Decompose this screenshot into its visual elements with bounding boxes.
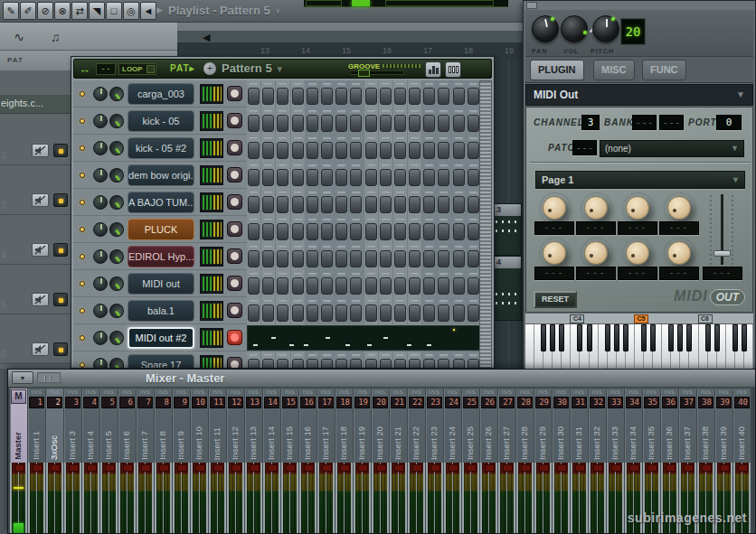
channel-volume-knob[interactable] bbox=[107, 301, 128, 322]
step-cell[interactable] bbox=[350, 196, 362, 213]
step-cell[interactable] bbox=[277, 223, 288, 240]
detach-icon[interactable] bbox=[526, 2, 537, 9]
channel-name-button[interactable]: MIDI out bbox=[128, 273, 194, 295]
step-cell[interactable] bbox=[248, 304, 260, 322]
step-cell[interactable] bbox=[423, 196, 435, 213]
track-led-button[interactable] bbox=[53, 193, 68, 207]
mixer-track-insert-29[interactable]: INS29Insert 29 bbox=[534, 389, 552, 533]
channel-volume-knob[interactable] bbox=[107, 84, 128, 105]
step-cell[interactable] bbox=[248, 277, 260, 295]
black-key[interactable] bbox=[677, 324, 683, 351]
mixer-track-insert-23[interactable]: INS23Insert 23 bbox=[426, 389, 443, 533]
controller-knob[interactable] bbox=[584, 241, 608, 265]
black-key[interactable] bbox=[668, 324, 674, 351]
step-cell[interactable] bbox=[438, 142, 449, 159]
controller-value-display[interactable]: --- bbox=[534, 267, 574, 280]
bank-lsb-display[interactable]: --- bbox=[659, 115, 684, 130]
channel-name-button[interactable]: PLUCK bbox=[128, 219, 194, 240]
channel-rack-titlebar[interactable]: ↔ -- LOOP PAT▸ + Pattern 5 ▼ GROOVE bbox=[73, 59, 492, 79]
channel-led[interactable] bbox=[80, 91, 85, 97]
step-cell[interactable] bbox=[335, 250, 347, 267]
tab-misc[interactable]: MISC bbox=[593, 60, 635, 80]
step-cell[interactable] bbox=[321, 223, 333, 240]
mixer-track-3xosc[interactable]: INS23xOsc bbox=[46, 389, 63, 533]
channel-volume-knob[interactable] bbox=[107, 355, 128, 368]
step-cell[interactable] bbox=[409, 88, 421, 105]
channel-volume-knob[interactable] bbox=[107, 274, 128, 295]
step-cell[interactable] bbox=[321, 250, 333, 267]
mute-icon[interactable]: ⊗ bbox=[54, 2, 71, 20]
black-key[interactable] bbox=[559, 324, 564, 351]
rack-led-display[interactable]: -- bbox=[96, 63, 116, 75]
black-key[interactable] bbox=[686, 324, 692, 351]
delete-icon[interactable]: ⊘ bbox=[37, 2, 53, 20]
channel-led[interactable] bbox=[80, 281, 85, 286]
mixer-track-insert-18[interactable]: INS18Insert 18 bbox=[335, 389, 353, 533]
controller-value-display[interactable]: --- bbox=[576, 267, 616, 280]
step-cell[interactable] bbox=[292, 250, 304, 267]
step-cell[interactable] bbox=[307, 169, 318, 186]
step-cell[interactable] bbox=[248, 142, 260, 159]
black-key[interactable] bbox=[742, 324, 747, 351]
track-led-button[interactable] bbox=[53, 293, 68, 306]
pitch-knob[interactable] bbox=[592, 15, 619, 42]
bank-msb-display[interactable]: --- bbox=[632, 115, 657, 130]
playback-icon[interactable]: ◄ bbox=[140, 2, 156, 20]
mixer-track-insert-7[interactable]: INS7Insert 7 bbox=[137, 389, 154, 533]
step-cell[interactable] bbox=[453, 169, 465, 186]
black-key[interactable] bbox=[705, 324, 711, 351]
step-cell[interactable] bbox=[468, 359, 479, 368]
controller-knob[interactable] bbox=[626, 196, 649, 220]
step-cell[interactable] bbox=[468, 115, 479, 132]
step-cell[interactable] bbox=[350, 277, 362, 295]
step-cell[interactable] bbox=[350, 304, 362, 322]
channel-target-button[interactable] bbox=[227, 357, 242, 368]
step-cell[interactable] bbox=[380, 359, 392, 368]
step-cell[interactable] bbox=[438, 88, 449, 105]
channel-name-button[interactable]: MIDI out #2 bbox=[128, 327, 194, 349]
mixer-track-insert-28[interactable]: INS28Insert 28 bbox=[516, 389, 534, 533]
playlist-track-row[interactable]: 3 bbox=[0, 165, 71, 215]
channel-pan-knob[interactable] bbox=[93, 331, 108, 345]
groove-slider[interactable] bbox=[350, 70, 404, 75]
track-mute-button[interactable] bbox=[32, 144, 49, 157]
step-cell[interactable] bbox=[307, 88, 318, 105]
mixer-track-insert-20[interactable]: INS20Insert 20 bbox=[372, 389, 389, 533]
step-cell[interactable] bbox=[307, 223, 318, 240]
step-cell[interactable] bbox=[380, 196, 392, 213]
step-cell[interactable] bbox=[423, 250, 435, 267]
mixer-track-insert-10[interactable]: INS10Insert 10 bbox=[191, 389, 208, 533]
channel-volume-knob[interactable] bbox=[107, 165, 128, 186]
step-cell[interactable] bbox=[438, 304, 449, 322]
channel-name-button[interactable]: Spare 17 bbox=[128, 354, 194, 368]
step-cell[interactable] bbox=[438, 250, 449, 267]
plugin-selector[interactable]: MIDI Out ▼ bbox=[525, 84, 753, 106]
step-cell[interactable] bbox=[453, 359, 465, 368]
mixer-track-insert-9[interactable]: INS9Insert 9 bbox=[173, 389, 190, 533]
channel-target-button[interactable] bbox=[227, 86, 242, 101]
volume-knob[interactable] bbox=[561, 15, 588, 42]
step-cell[interactable] bbox=[365, 196, 377, 213]
step-cell[interactable] bbox=[468, 169, 479, 186]
step-cell[interactable] bbox=[423, 169, 435, 186]
step-cell[interactable] bbox=[292, 115, 304, 132]
pattern-selector[interactable]: Pattern 5 ▼ bbox=[222, 61, 284, 75]
step-cell[interactable] bbox=[380, 277, 392, 295]
step-cell[interactable] bbox=[335, 304, 347, 322]
black-key[interactable] bbox=[641, 324, 647, 351]
step-cell[interactable] bbox=[394, 304, 406, 322]
reset-button[interactable]: RESET bbox=[534, 291, 577, 308]
step-cell[interactable] bbox=[409, 142, 421, 159]
step-cell[interactable] bbox=[277, 304, 288, 322]
step-cell[interactable] bbox=[292, 304, 304, 322]
step-cell[interactable] bbox=[262, 115, 274, 132]
channel-led[interactable] bbox=[80, 254, 85, 259]
step-cell[interactable] bbox=[409, 115, 421, 132]
black-key[interactable] bbox=[587, 324, 592, 351]
step-cell[interactable] bbox=[453, 88, 465, 105]
channel-led[interactable] bbox=[80, 335, 85, 341]
step-cell[interactable] bbox=[394, 169, 406, 186]
channel-pan-knob[interactable] bbox=[93, 304, 108, 318]
step-cell[interactable] bbox=[335, 196, 347, 213]
groove-section[interactable]: GROOVE bbox=[348, 61, 422, 78]
